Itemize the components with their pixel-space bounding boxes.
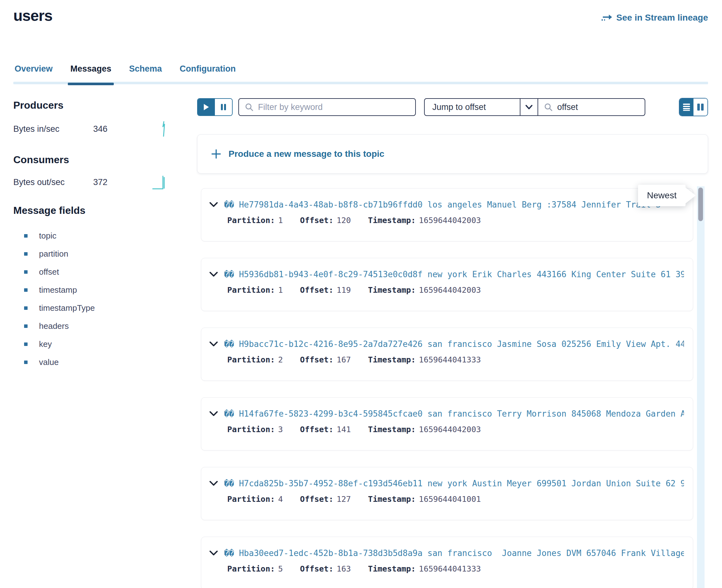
split-view-button[interactable]: [694, 99, 707, 115]
see-in-stream-lineage-link[interactable]: See in Stream lineage: [601, 13, 708, 23]
chevron-down-icon[interactable]: [209, 271, 219, 277]
scrollbar-track: [697, 186, 705, 588]
chevron-down-icon[interactable]: [209, 411, 219, 417]
message-row[interactable]: �� H9bacc71c-b12c-4216-8e95-2a7da727e426…: [201, 328, 693, 381]
bytes-out-sparkline: [152, 174, 167, 191]
bytes-out-label: Bytes out/sec: [13, 177, 93, 187]
field-item-timestamp[interactable]: timestamp: [13, 281, 95, 299]
bullet-icon: [24, 360, 27, 364]
bytes-in-metric: Bytes in/sec 346: [13, 120, 178, 138]
jump-mode-select[interactable]: Jump to offset: [425, 99, 520, 115]
consumers-heading: Consumers: [13, 154, 69, 166]
message-row[interactable]: �� H5936db81-b943-4e0f-8c29-74513e0c0d8f…: [201, 258, 693, 311]
chevron-down-icon[interactable]: [209, 480, 219, 487]
messages-panel: Jump to offset: [197, 98, 708, 588]
produce-message-label: Produce a new message to this topic: [228, 149, 385, 159]
keyword-filter: [238, 98, 416, 116]
scrollbar-thumb[interactable]: [698, 188, 703, 221]
view-mode-toggle: [679, 98, 708, 116]
message-fields-heading: Message fields: [13, 205, 86, 216]
play-pause-toggle: [197, 98, 233, 116]
message-fields-list: topicpartitionoffsettimestamptimestampTy…: [13, 227, 95, 371]
bullet-icon: [24, 234, 27, 238]
message-key: �� He77981da-4a43-48ab-b8f8-cb71b96ffdd0…: [224, 200, 661, 209]
message-meta: Partition:5 Offset:163 Timestamp:1659644…: [227, 564, 684, 573]
field-item-headers[interactable]: headers: [13, 317, 95, 335]
message-key: �� H14fa67fe-5823-4299-b3c4-595845cfcae0…: [224, 409, 684, 419]
field-item-timestampType[interactable]: timestampType: [13, 299, 95, 317]
bullet-icon: [24, 324, 27, 328]
bytes-in-label: Bytes in/sec: [13, 124, 93, 134]
message-meta: Partition:2 Offset:167 Timestamp:1659644…: [227, 355, 684, 364]
pause-icon: [221, 104, 226, 110]
tab-bar: OverviewMessagesSchemaConfiguration: [13, 61, 708, 84]
pause-button[interactable]: [215, 99, 232, 115]
chevron-down-icon[interactable]: [209, 341, 219, 347]
message-key: �� H7cda825b-35b7-4952-88ef-c193d546eb11…: [224, 479, 684, 488]
field-item-key[interactable]: key: [13, 335, 95, 353]
message-meta: Partition:1 Offset:120 Timestamp:1659644…: [227, 216, 684, 225]
bullet-icon: [24, 270, 27, 274]
message-row[interactable]: �� H14fa67fe-5823-4299-b3c4-595845cfcae0…: [201, 397, 693, 450]
bullet-icon: [24, 342, 27, 346]
message-key: �� Hba30eed7-1edc-452b-8b1a-738d3b5d8a9a…: [224, 548, 684, 558]
play-button[interactable]: [198, 99, 215, 115]
message-key: �� H9bacc71c-b12c-4216-8e95-2a7da727e426…: [224, 339, 684, 349]
field-item-partition[interactable]: partition: [13, 245, 95, 263]
bytes-in-value: 346: [93, 124, 107, 134]
newest-tooltip-label: Newest: [638, 185, 685, 206]
tab-underline: [13, 82, 708, 84]
field-item-offset[interactable]: offset: [13, 263, 95, 281]
offset-input[interactable]: [557, 102, 633, 112]
producers-heading: Producers: [13, 100, 63, 111]
bullet-icon: [24, 288, 27, 292]
message-key: �� H5936db81-b943-4e0f-8c29-74513e0c0d8f…: [224, 270, 684, 279]
message-meta: Partition:1 Offset:119 Timestamp:1659644…: [227, 286, 684, 295]
topic-page: users See in Stream lineage OverviewMess…: [0, 0, 722, 588]
chevron-down-icon[interactable]: [209, 550, 219, 556]
bytes-out-metric: Bytes out/sec 372: [13, 173, 178, 191]
stream-lineage-icon: [601, 13, 613, 22]
newest-tooltip: Newest: [638, 185, 685, 206]
message-meta: Partition:3 Offset:141 Timestamp:1659644…: [227, 425, 684, 434]
bytes-out-value: 372: [93, 177, 107, 187]
message-list: �� He77981da-4a43-48ab-b8f8-cb71b96ffdd0…: [197, 188, 708, 588]
list-view-button[interactable]: [680, 99, 694, 115]
split-view-icon: [696, 103, 705, 111]
offset-search: [538, 99, 645, 115]
jump-to-offset-control: Jump to offset: [424, 98, 645, 116]
field-item-topic[interactable]: topic: [13, 227, 95, 245]
messages-toolbar: Jump to offset: [197, 98, 708, 116]
plus-icon: [211, 149, 221, 159]
filter-input[interactable]: [258, 102, 410, 112]
lineage-link-label: See in Stream lineage: [616, 13, 708, 23]
chevron-down-icon[interactable]: [209, 202, 219, 208]
bullet-icon: [24, 252, 27, 256]
chevron-down-icon: [525, 105, 533, 110]
page-title: users: [13, 7, 52, 24]
message-row[interactable]: �� He77981da-4a43-48ab-b8f8-cb71b96ffdd0…: [201, 188, 693, 241]
message-meta: Partition:4 Offset:127 Timestamp:1659644…: [227, 495, 684, 504]
play-icon: [204, 104, 209, 110]
search-icon: [245, 103, 253, 111]
select-caret-button[interactable]: [520, 99, 538, 115]
bytes-in-sparkline: [152, 120, 167, 138]
message-row[interactable]: �� H7cda825b-35b7-4952-88ef-c193d546eb11…: [201, 467, 693, 520]
list-view-icon: [682, 103, 690, 111]
message-row[interactable]: �� Hba30eed7-1edc-452b-8b1a-738d3b5d8a9a…: [201, 537, 693, 588]
search-icon: [544, 103, 553, 111]
produce-message-button[interactable]: Produce a new message to this topic: [197, 134, 708, 174]
field-item-value[interactable]: value: [13, 353, 95, 371]
bullet-icon: [24, 306, 27, 310]
